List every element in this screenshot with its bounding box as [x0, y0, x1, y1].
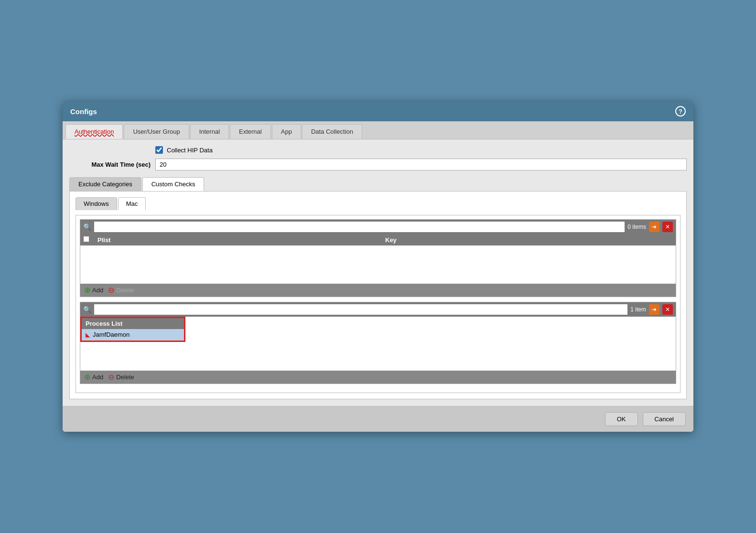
process-add-btn[interactable]: ⊕ Add: [84, 373, 103, 382]
plist-delete-icon: ⊖: [108, 286, 114, 295]
sub-tabs: Exclude Categories Custom Checks: [69, 177, 687, 191]
process-add-icon: ⊕: [84, 373, 90, 382]
process-list-row[interactable]: ◣ JamfDaemon: [82, 329, 184, 341]
os-tabs: Windows Mac: [76, 197, 680, 210]
help-icon[interactable]: ?: [675, 106, 686, 117]
plist-search-bar: 🔍 0 items ➜ ✕: [80, 220, 676, 234]
collect-hip-label: Collect HIP Data: [167, 147, 213, 154]
plist-table-footer: ⊕ Add ⊖ Delete: [80, 284, 676, 297]
plist-table-section: 🔍 0 items ➜ ✕ Plist Key: [80, 219, 676, 297]
process-table-section: 🔍 1 item ➜ ✕ Process List ◣: [80, 302, 676, 384]
process-delete-icon: ⊖: [108, 373, 114, 382]
dialog-title: Configs: [70, 107, 97, 116]
tab-data-collection[interactable]: Data Collection: [302, 124, 362, 139]
plist-table-header: Plist Key: [80, 234, 676, 245]
process-search-input[interactable]: [94, 304, 627, 315]
process-clear-btn[interactable]: ✕: [662, 304, 673, 315]
sub-panel: Windows Mac 🔍 0 items ➜: [69, 191, 687, 399]
dialog-body: Authentication User/User Group Internal …: [63, 121, 693, 432]
tab-custom-checks[interactable]: Custom Checks: [142, 177, 205, 191]
plist-table-body: [80, 245, 676, 284]
cancel-button[interactable]: Cancel: [643, 412, 686, 426]
max-wait-row: Max Wait Time (sec): [69, 159, 687, 171]
os-tab-content: 🔍 0 items ➜ ✕ Plist Key: [76, 215, 680, 393]
process-table-filler: [80, 342, 676, 371]
tab-external[interactable]: External: [230, 124, 271, 139]
process-navigate-btn[interactable]: ➜: [649, 304, 659, 315]
plist-navigate-btn[interactable]: ➜: [649, 222, 659, 232]
dialog-footer: OK Cancel: [63, 406, 693, 432]
max-wait-label: Max Wait Time (sec): [69, 161, 155, 168]
plist-search-icon: 🔍: [83, 223, 91, 231]
dialog: Configs ? Authentication User/User Group…: [63, 101, 693, 432]
process-search-icon: 🔍: [83, 306, 91, 313]
process-flag-icon: ◣: [86, 331, 90, 338]
tab-internal[interactable]: Internal: [190, 124, 229, 139]
plist-items-count: 0 items: [627, 224, 646, 230]
plist-delete-btn[interactable]: ⊖ Delete: [108, 286, 134, 295]
collect-hip-checkbox[interactable]: [155, 146, 163, 154]
plist-search-input[interactable]: [94, 222, 625, 232]
tab-user-user-group[interactable]: User/User Group: [124, 124, 189, 139]
tab-windows[interactable]: Windows: [76, 197, 117, 210]
process-delete-btn[interactable]: ⊖ Delete: [108, 373, 134, 382]
tab-authentication[interactable]: Authentication: [65, 124, 123, 139]
plist-add-icon: ⊕: [84, 286, 90, 295]
plist-col-key: Key: [385, 236, 673, 244]
max-wait-input[interactable]: [155, 159, 687, 171]
plist-col-plist: Plist: [97, 236, 385, 244]
ok-button[interactable]: OK: [605, 412, 638, 426]
collect-hip-row: Collect HIP Data: [155, 146, 687, 154]
plist-select-all[interactable]: [83, 236, 89, 242]
content-area: Collect HIP Data Max Wait Time (sec) Exc…: [63, 139, 693, 406]
process-table-footer: ⊕ Add ⊖ Delete: [80, 371, 676, 384]
tab-exclude-categories[interactable]: Exclude Categories: [69, 177, 141, 191]
process-list-header: Process List: [82, 318, 184, 329]
process-search-bar: 🔍 1 item ➜ ✕: [80, 302, 676, 317]
tab-app[interactable]: App: [272, 124, 301, 139]
process-list-highlighted-wrapper: 🔍 1 item ➜ ✕ Process List ◣: [80, 302, 676, 384]
top-tabs: Authentication User/User Group Internal …: [63, 121, 693, 139]
tab-mac[interactable]: Mac: [118, 197, 146, 210]
plist-add-btn[interactable]: ⊕ Add: [84, 286, 103, 295]
process-items-count: 1 item: [630, 306, 646, 313]
dialog-titlebar: Configs ?: [63, 101, 693, 121]
process-row-name: JamfDaemon: [93, 331, 130, 338]
plist-clear-btn[interactable]: ✕: [662, 222, 673, 232]
